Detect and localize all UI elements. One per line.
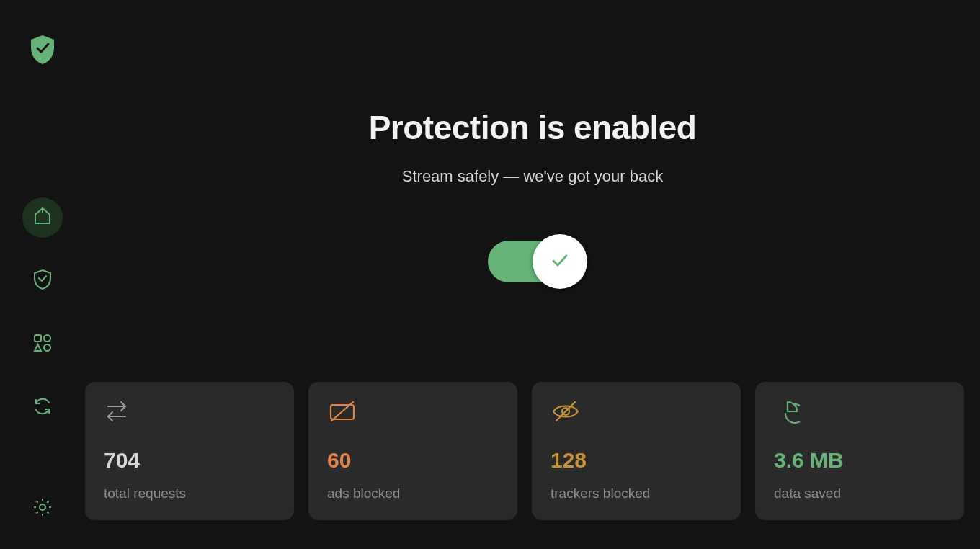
stat-value: 60 [327, 448, 499, 473]
page-title: Protection is enabled [369, 108, 697, 147]
toggle-knob [533, 234, 587, 289]
nav-apps[interactable] [22, 324, 63, 365]
checkmark-icon [548, 248, 572, 275]
toggle-container [488, 241, 577, 282]
brand-logo [30, 35, 55, 68]
nav-sync[interactable] [22, 388, 63, 428]
nav-protection[interactable] [22, 261, 63, 301]
stat-label: ads blocked [327, 486, 499, 501]
stat-card-data-saved[interactable]: 3.6 MB data saved [755, 382, 964, 520]
svg-point-2 [44, 344, 50, 351]
stat-label: total requests [104, 486, 275, 501]
stat-card-ads-blocked[interactable]: 60 ads blocked [308, 382, 517, 520]
stat-label: data saved [774, 486, 945, 501]
stat-card-total-requests[interactable]: 704 total requests [85, 382, 294, 520]
nav-home[interactable] [22, 197, 63, 238]
svg-line-7 [556, 402, 575, 421]
svg-point-1 [44, 335, 50, 342]
shield-check-icon [30, 55, 55, 67]
svg-rect-0 [35, 335, 41, 342]
hero: Protection is enabled Stream safely — we… [369, 108, 697, 186]
gear-icon [32, 496, 53, 521]
pie-chart-icon [774, 415, 800, 427]
ad-blocked-icon [327, 414, 357, 426]
stat-card-trackers-blocked[interactable]: 128 trackers blocked [532, 382, 741, 520]
home-icon [32, 206, 53, 229]
stat-value: 704 [104, 448, 275, 473]
page-subtitle: Stream safely — we've got your back [369, 167, 697, 186]
main-content: Protection is enabled Stream safely — we… [85, 0, 980, 549]
svg-point-3 [40, 504, 45, 510]
sidebar [0, 0, 85, 549]
protection-toggle[interactable] [488, 241, 577, 282]
stat-value: 3.6 MB [774, 448, 945, 473]
tracker-blocked-icon [551, 414, 581, 426]
app-root: Protection is enabled Stream safely — we… [0, 0, 980, 549]
nav [22, 197, 63, 428]
shield-outline-icon [32, 269, 53, 293]
nav-settings[interactable] [22, 488, 63, 529]
sync-icon [32, 396, 53, 419]
stat-label: trackers blocked [551, 486, 722, 501]
stat-value: 128 [551, 448, 722, 473]
arrows-exchange-icon [104, 414, 131, 426]
apps-icon [32, 333, 53, 356]
stats-row: 704 total requests 60 ads blocked [85, 382, 964, 520]
